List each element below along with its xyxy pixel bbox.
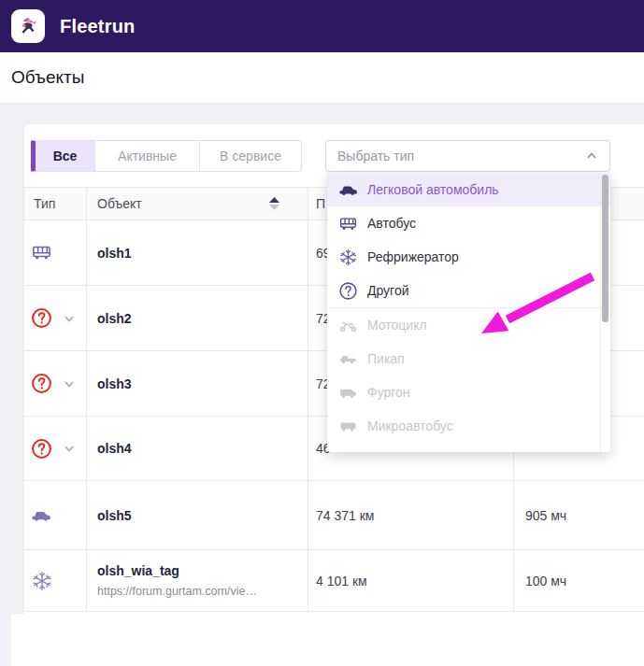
option-minibus: Микроавтобус [327, 409, 610, 443]
question-status-icon [31, 373, 52, 394]
scrollbar-thumb[interactable] [602, 175, 608, 322]
object-name: olsh4 [97, 440, 300, 457]
chevron-up-icon [585, 149, 598, 163]
option-label: Автобус [367, 216, 416, 231]
fleetrun-logo-icon [11, 9, 45, 43]
van-icon [338, 383, 358, 403]
object-name: olsh2 [97, 310, 300, 327]
type-select-placeholder: Выбрать тип [337, 149, 414, 163]
type-dropdown-panel: Легковой автомобиль Автобус Рефрижератор [327, 173, 610, 452]
object-name: olsh5 [97, 507, 300, 524]
option-label: Фургон [367, 385, 410, 400]
chevron-down-icon[interactable] [63, 442, 76, 455]
question-status-icon [31, 438, 52, 460]
tab-all[interactable]: Все [31, 140, 95, 172]
bus-icon [338, 214, 358, 234]
table-row[interactable]: olsh_wia_tag https://forum.gurtam.com/vi… [24, 550, 644, 612]
option-label: Легковой автомобиль [367, 182, 499, 197]
option-car[interactable]: Легковой автомобиль [327, 173, 610, 206]
bus-icon [31, 242, 52, 263]
option-refrigerator[interactable]: Рефрижератор [327, 240, 610, 274]
option-motorcycle: Мотоцикл [327, 308, 610, 342]
snowflake-icon [31, 570, 53, 592]
object-name: olsh_wia_tag [97, 562, 300, 579]
object-link[interactable]: https://forum.gurtam.com/vie… [97, 584, 300, 600]
sort-ascending-icon[interactable] [268, 196, 280, 211]
column-header-object-label: Объект [97, 196, 142, 211]
mileage-value: 4 101 км [308, 550, 514, 611]
option-label: Пикап [367, 351, 405, 366]
option-other[interactable]: Другой [327, 274, 610, 307]
option-label: Другой [367, 283, 409, 298]
option-van: Фургон [327, 376, 610, 409]
tab-in-service[interactable]: В сервисе [199, 140, 302, 172]
engine-hours-value: 100 мч [514, 550, 644, 611]
chevron-down-icon[interactable] [63, 312, 76, 325]
car-icon [338, 180, 358, 200]
question-status-icon [31, 307, 52, 329]
page-title-band: Объекты [0, 52, 644, 103]
chevron-down-icon[interactable] [63, 377, 76, 390]
app-header: Fleetrun [0, 0, 644, 52]
column-header-object[interactable]: Объект [87, 188, 308, 220]
object-name: olsh3 [97, 376, 300, 392]
option-label: Рефрижератор [367, 249, 459, 264]
type-select[interactable]: Выбрать тип [325, 140, 610, 172]
option-label: Микроавтобус [367, 418, 453, 433]
car-icon [31, 505, 51, 526]
scrollbar-track [600, 173, 601, 452]
question-circle-icon [338, 281, 358, 301]
pickup-icon [338, 349, 358, 369]
app-title: Fleetrun [60, 16, 136, 37]
column-header-type: Тип [24, 188, 87, 220]
table-footer [11, 614, 644, 666]
snowflake-icon [338, 248, 358, 267]
motorcycle-icon [338, 316, 358, 335]
option-pickup: Пикап [327, 342, 610, 376]
status-filter-tabs: Все Активные В сервисе [31, 140, 302, 172]
minibus-icon [338, 417, 358, 436]
table-row[interactable]: olsh5 74 371 км 905 мч [24, 481, 644, 550]
object-name: olsh1 [97, 245, 300, 262]
engine-hours-value: 905 мч [514, 481, 644, 549]
page-title: Объекты [11, 67, 84, 88]
option-bus[interactable]: Автобус [327, 206, 610, 240]
mileage-value: 74 371 км [308, 481, 514, 549]
tab-active[interactable]: Активные [94, 140, 200, 172]
option-label: Мотоцикл [367, 318, 427, 333]
